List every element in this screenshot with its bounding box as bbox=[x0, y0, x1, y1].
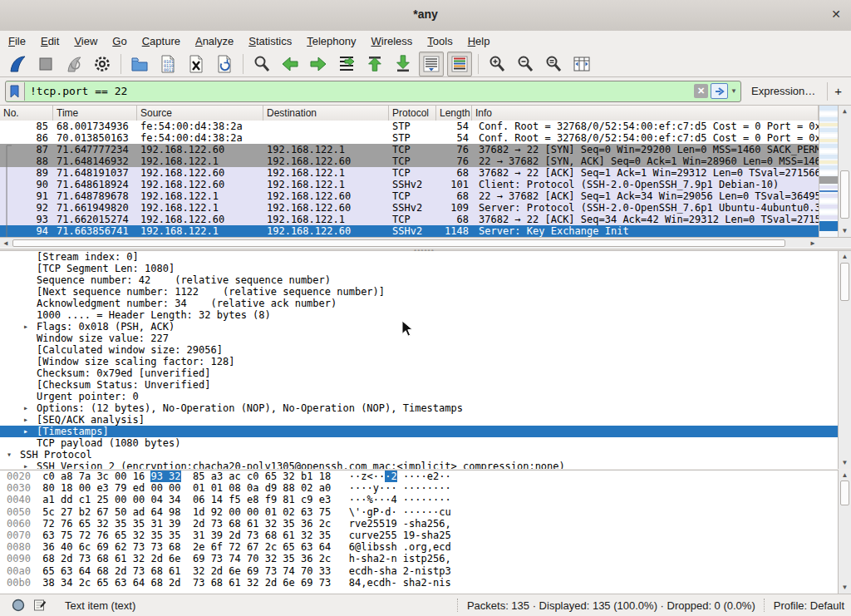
detail-line[interactable]: [Stream index: 0] bbox=[0, 251, 851, 263]
column-header-destination[interactable]: Destination bbox=[263, 106, 389, 121]
packet-list-horizontal-scrollbar[interactable]: ◀ ▶ bbox=[0, 237, 819, 248]
detail-line[interactable]: Window size value: 227 bbox=[0, 333, 851, 344]
resize-columns-icon[interactable] bbox=[569, 52, 594, 76]
column-header-info[interactable]: Info bbox=[472, 106, 819, 121]
close-file-icon[interactable] bbox=[184, 52, 209, 76]
hex-row-0090[interactable]: 0090 68 2d 73 68 61 32 2d 6e 69 73 74 70… bbox=[0, 553, 851, 564]
detail-line[interactable]: ▸[Timestamps] bbox=[0, 426, 851, 437]
profile-label[interactable]: Profile: Default bbox=[774, 599, 844, 612]
scroll-thumb[interactable] bbox=[840, 263, 849, 301]
detail-line[interactable]: [Calculated window size: 29056] bbox=[0, 344, 851, 356]
detail-line[interactable]: [Window size scaling factor: 128] bbox=[0, 356, 851, 367]
hex-row-0030[interactable]: 0030 80 18 00 e3 79 ed 00 00 01 01 08 0a… bbox=[0, 482, 851, 494]
expand-icon[interactable]: ▸ bbox=[23, 426, 28, 437]
zoom-out-icon[interactable] bbox=[513, 52, 538, 76]
detail-line[interactable]: Sequence number: 42 (relative sequence n… bbox=[0, 274, 851, 286]
zoom-reset-icon[interactable] bbox=[541, 52, 566, 76]
menu-item-tools[interactable]: Tools bbox=[421, 32, 459, 50]
detail-line[interactable]: 1000 .... = Header Length: 32 bytes (8) bbox=[0, 309, 851, 321]
detail-line[interactable]: ▸Flags: 0x018 (PSH, ACK) bbox=[0, 321, 851, 333]
menu-item-wireless[interactable]: Wireless bbox=[365, 32, 420, 50]
menu-item-statistics[interactable]: Statistics bbox=[242, 32, 298, 50]
scroll-up-icon[interactable]: ▲ bbox=[839, 471, 851, 480]
go-first-packet-icon[interactable] bbox=[362, 52, 387, 76]
go-forward-icon[interactable] bbox=[306, 52, 331, 76]
restart-capture-icon[interactable] bbox=[61, 52, 86, 76]
menu-item-edit[interactable]: Edit bbox=[34, 32, 66, 50]
detail-line[interactable]: Urgent pointer: 0 bbox=[0, 391, 851, 402]
capture-comment-icon[interactable] bbox=[33, 599, 47, 612]
menu-item-analyze[interactable]: Analyze bbox=[189, 32, 240, 50]
hex-row-0040[interactable]: 0040 a1 dd c1 25 00 00 04 34 06 14 f5 e8… bbox=[0, 494, 851, 505]
scroll-down-icon[interactable]: ▼ bbox=[839, 226, 851, 236]
open-file-icon[interactable] bbox=[127, 52, 152, 76]
packet-row-88[interactable]: 8871.648146932192.168.122.1192.168.122.6… bbox=[0, 155, 819, 167]
column-header-no[interactable]: No. bbox=[0, 106, 53, 121]
detail-line[interactable]: [Checksum Status: Unverified] bbox=[0, 379, 851, 391]
packet-list-vertical-scrollbar[interactable]: ▲ ▼ bbox=[838, 106, 851, 237]
column-header-source[interactable]: Source bbox=[137, 106, 263, 121]
auto-scroll-icon[interactable] bbox=[419, 52, 444, 76]
menu-item-help[interactable]: Help bbox=[461, 32, 497, 50]
packet-row-85[interactable]: 8568.001734936fe:54:00:d4:38:2aSTP54Conf… bbox=[0, 121, 819, 132]
expand-icon[interactable]: ▸ bbox=[23, 461, 28, 469]
stop-capture-icon[interactable] bbox=[33, 52, 58, 76]
packet-row-89[interactable]: 8971.648191037192.168.122.60192.168.122.… bbox=[0, 167, 819, 179]
scroll-left-icon[interactable]: ◀ bbox=[1, 239, 11, 249]
filter-apply-icon[interactable] bbox=[711, 83, 728, 99]
scroll-up-icon[interactable]: ▲ bbox=[839, 106, 851, 116]
menu-item-view[interactable]: View bbox=[67, 32, 104, 50]
hex-row-0080[interactable]: 0080 36 40 6c 69 62 73 73 68 2e 6f 72 67… bbox=[0, 541, 851, 553]
reload-file-icon[interactable] bbox=[212, 52, 237, 76]
expression-button[interactable]: Expression… bbox=[751, 85, 815, 97]
column-header-length[interactable]: Length bbox=[436, 106, 472, 121]
detail-line[interactable]: ▸[SEQ/ACK analysis] bbox=[0, 414, 851, 426]
scroll-up-icon[interactable]: ▲ bbox=[839, 252, 851, 262]
go-back-icon[interactable] bbox=[278, 52, 303, 76]
bytes-vertical-scrollbar[interactable]: ▲ ▼ bbox=[838, 470, 851, 594]
packet-row-90[interactable]: 9071.648618924192.168.122.60192.168.122.… bbox=[0, 179, 819, 190]
menu-item-go[interactable]: Go bbox=[106, 32, 133, 50]
start-capture-icon[interactable] bbox=[5, 52, 30, 76]
expand-icon[interactable]: ▸ bbox=[23, 414, 28, 426]
hex-row-0020[interactable]: 0020 c0 a8 7a 3c 00 16 93 32 85 a3 ac c0… bbox=[0, 471, 851, 482]
display-filter-input[interactable] bbox=[25, 83, 694, 100]
menu-item-capture[interactable]: Capture bbox=[135, 32, 187, 50]
expert-info-icon[interactable] bbox=[12, 599, 25, 612]
detail-line[interactable]: ▸SSH Version 2 (encryption:chacha20-poly… bbox=[0, 461, 851, 469]
capture-options-icon[interactable] bbox=[90, 52, 115, 76]
add-filter-button[interactable]: + bbox=[827, 82, 849, 101]
detail-line[interactable]: ▸Options: (12 bytes), No-Operation (NOP)… bbox=[0, 402, 851, 414]
detail-line[interactable]: ▾SSH Protocol bbox=[0, 449, 851, 461]
packet-row-93[interactable]: 9371.662015274192.168.122.60192.168.122.… bbox=[0, 214, 819, 225]
filter-bookmark-button[interactable] bbox=[6, 82, 25, 101]
detail-line[interactable]: Checksum: 0x79ed [unverified] bbox=[0, 367, 851, 379]
hex-row-0070[interactable]: 0070 63 75 72 76 65 32 35 35 31 39 2d 73… bbox=[0, 530, 851, 541]
packet-row-91[interactable]: 9171.648789678192.168.122.1192.168.122.6… bbox=[0, 190, 819, 202]
zoom-in-icon[interactable] bbox=[485, 52, 509, 76]
hex-row-0060[interactable]: 0060 72 76 65 32 35 35 31 39 2d 73 68 61… bbox=[0, 518, 851, 530]
collapse-icon[interactable]: ▾ bbox=[7, 449, 12, 461]
scroll-down-icon[interactable]: ▼ bbox=[839, 458, 851, 468]
hex-row-0050[interactable]: 0050 5c 27 b2 67 50 ad 64 98 1d 92 00 00… bbox=[0, 506, 851, 518]
scroll-thumb[interactable] bbox=[840, 170, 849, 219]
intelligent-scrollbar-minimap[interactable] bbox=[819, 106, 839, 237]
scroll-thumb[interactable] bbox=[840, 480, 849, 505]
go-last-packet-icon[interactable] bbox=[391, 52, 416, 76]
filter-clear-icon[interactable]: ✕ bbox=[694, 84, 708, 98]
packet-row-87[interactable]: 8771.647777234192.168.122.60192.168.122.… bbox=[0, 144, 819, 155]
save-file-icon[interactable]: 010101100011 bbox=[155, 52, 180, 76]
expand-icon[interactable]: ▸ bbox=[23, 321, 28, 333]
scroll-down-icon[interactable]: ▼ bbox=[839, 583, 851, 593]
scroll-right-icon[interactable]: ▶ bbox=[808, 239, 818, 249]
packet-row-86[interactable]: 8670.013850163fe:54:00:d4:38:2aSTP54Conf… bbox=[0, 132, 819, 144]
expand-icon[interactable]: ▸ bbox=[23, 402, 28, 414]
colorize-icon[interactable] bbox=[447, 52, 472, 76]
detail-line[interactable]: Acknowledgment number: 34 (relative ack … bbox=[0, 298, 851, 309]
column-header-time[interactable]: Time bbox=[53, 106, 137, 121]
menu-item-telephony[interactable]: Telephony bbox=[300, 32, 362, 50]
close-icon[interactable]: ✕ bbox=[831, 7, 841, 21]
packet-row-92[interactable]: 9271.661949820192.168.122.1192.168.122.6… bbox=[0, 202, 819, 214]
go-to-packet-icon[interactable] bbox=[334, 52, 359, 76]
column-header-protocol[interactable]: Protocol bbox=[389, 106, 436, 121]
